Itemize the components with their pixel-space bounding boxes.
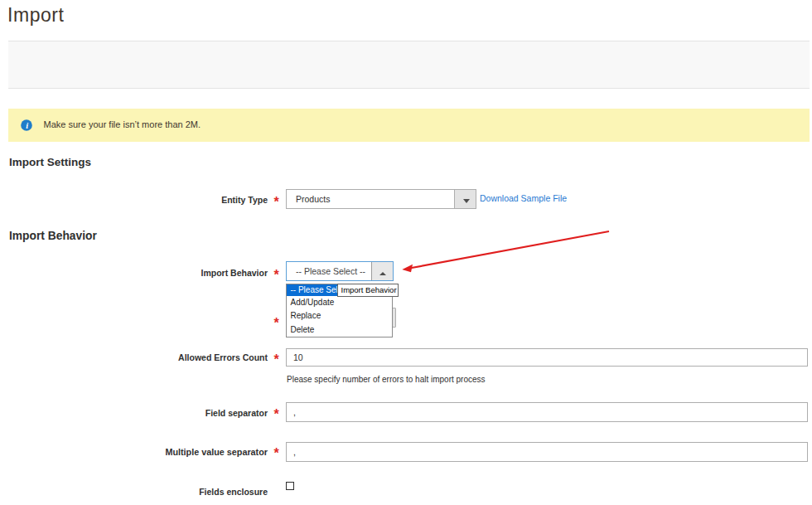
- svg-text:i: i: [26, 121, 28, 130]
